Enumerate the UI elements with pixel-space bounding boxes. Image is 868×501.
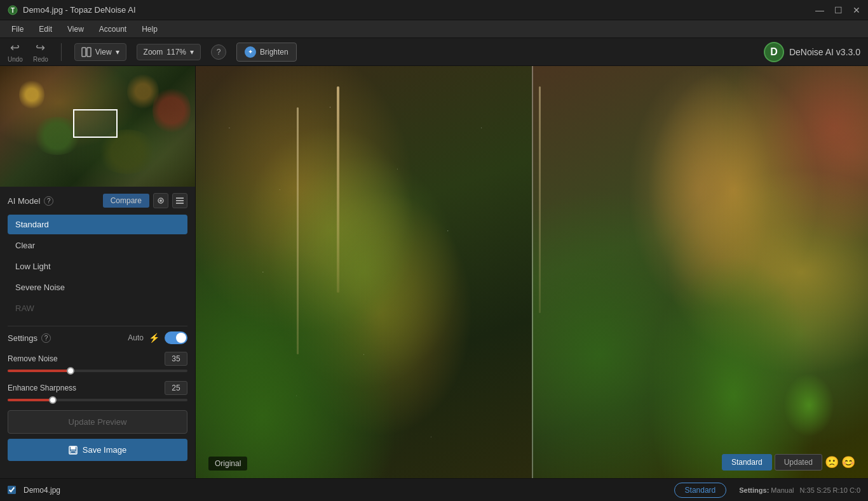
auto-toggle[interactable] [165,331,187,344]
divider [8,326,187,326]
file-settings-info: Settings: Manual N:35 S:25 R:10 C:0 [739,486,860,494]
titlebar-title: Demo4.jpg - Topaz DeNoise AI [23,5,136,15]
remove-noise-slider-row: Remove Noise 35 [8,352,187,372]
view-chevron-icon: ▾ [116,48,119,57]
ai-model-title: AI Model ? [8,196,53,206]
svg-rect-2 [82,48,86,57]
photo-processed-half [532,66,868,478]
svg-rect-7 [176,200,184,201]
file-checkbox[interactable] [8,486,16,494]
titlebar-left: T Demo4.jpg - Topaz DeNoise AI [8,5,136,15]
photo-gradient-left [196,66,532,478]
ai-model-help-button[interactable]: ? [44,196,53,206]
save-image-label: Save Image [83,445,126,455]
view-label: View [95,48,112,57]
model-controls: Compare [103,193,187,208]
enhance-sharpness-slider-row: Enhance Sharpness 25 [8,381,187,401]
enhance-sharpness-track[interactable] [8,399,187,401]
plant-bottom-right [783,373,834,437]
minimize-button[interactable]: — [815,5,824,15]
model-severe-noise[interactable]: Severe Noise [8,277,187,297]
menu-account[interactable]: Account [93,23,133,36]
remove-noise-track[interactable] [8,370,187,372]
streak-1 [297,107,299,354]
bottom-bar: Demo4.jpg Standard Settings: Manual N:35… [0,478,868,501]
updated-view-button[interactable]: Updated [775,454,822,471]
settings-section: Settings ? Auto ⚡ [8,331,187,461]
remove-noise-label: Remove Noise [8,354,58,363]
menu-view[interactable]: View [61,23,90,36]
thumbnail-viewport-box[interactable] [73,109,118,138]
undo-button[interactable]: ↩ Undo [8,41,23,63]
svg-point-5 [159,199,162,202]
brighten-label: Brighten [260,48,288,57]
lightning-icon: ⚡ [149,333,159,343]
redo-label: Redo [33,56,48,63]
view-button[interactable]: View ▾ [74,43,126,61]
model-clear[interactable]: Clear [8,236,187,255]
settings-help-button[interactable]: ? [41,333,51,343]
remove-noise-fill [8,370,71,372]
main-canvas[interactable]: Original Standard Updated 🙁 😊 [196,66,868,478]
svg-rect-11 [71,451,76,453]
thumbnail-image [0,66,196,187]
compare-button[interactable]: Compare [103,194,149,208]
menu-help[interactable]: Help [135,23,164,36]
enhance-sharpness-value[interactable]: 25 [165,381,187,395]
model-raw: RAW [8,298,187,318]
update-preview-button[interactable]: Update Preview [8,410,187,434]
redo-button[interactable]: ↪ Redo [33,41,48,63]
remove-noise-label-row: Remove Noise 35 [8,352,187,366]
streak-right-1 [539,86,541,313]
photo-display: Original Standard Updated 🙁 😊 [196,66,868,478]
zoom-label: Zoom [144,48,163,57]
settings-right: Auto ⚡ [128,331,187,344]
enhance-sharpness-label: Enhance Sharpness [8,384,76,392]
split-line[interactable] [532,66,533,478]
enhance-sharpness-thumb[interactable] [49,396,57,404]
ai-model-header: AI Model ? Compare [8,193,187,208]
auto-label: Auto [128,333,144,342]
titlebar: T Demo4.jpg - Topaz DeNoise AI — ☐ ✕ [0,0,868,20]
settings-label: Settings: [739,486,769,494]
streak-2 [337,86,339,293]
maximize-button[interactable]: ☐ [834,5,843,15]
remove-noise-value[interactable]: 35 [165,352,187,366]
original-label: Original [208,457,247,471]
standard-view-button[interactable]: Standard [722,454,772,471]
happy-face-button[interactable]: 😊 [841,455,855,469]
photo-original-half [196,66,532,478]
svg-rect-3 [87,48,91,57]
brighten-button[interactable]: ✦ Brighten [236,43,297,62]
model-standard[interactable]: Standard [8,215,187,234]
sad-face-button[interactable]: 🙁 [825,455,839,469]
ai-model-title-text: AI Model [8,196,40,206]
svg-rect-8 [176,203,184,204]
list-button[interactable] [172,193,187,208]
menu-file[interactable]: File [5,23,30,36]
enhance-sharpness-label-row: Enhance Sharpness 25 [8,381,187,395]
svg-text:T: T [11,7,15,14]
menu-edit[interactable]: Edit [32,23,58,36]
panel-controls: AI Model ? Compare [0,187,195,478]
remove-noise-thumb[interactable] [67,367,74,375]
save-icon [69,446,78,455]
settings-header: Settings ? Auto ⚡ [8,331,187,344]
close-button[interactable]: ✕ [853,5,860,15]
denoise-logo-icon: D [764,42,784,62]
view-mode-buttons: Standard Updated 🙁 😊 [722,454,855,471]
model-list: Standard Clear Low Light Severe Noise RA… [8,215,187,318]
view-icon [81,47,92,57]
save-image-button[interactable]: Save Image [8,439,187,461]
pin-button[interactable] [153,193,168,208]
main-area: AI Model ? Compare [0,66,868,478]
zoom-value: 117% [166,48,186,57]
file-model-button[interactable]: Standard [674,483,727,498]
help-button[interactable]: ? [211,44,226,60]
model-low-light[interactable]: Low Light [8,257,187,276]
list-icon [176,197,184,204]
settings-title: Settings [8,333,37,343]
zoom-control[interactable]: Zoom 117% ▾ [137,44,201,60]
toolbar: ↩ Undo ↪ Redo View ▾ Zoom 117% ▾ ? ✦ [0,38,868,66]
enhance-sharpness-fill [8,399,53,401]
